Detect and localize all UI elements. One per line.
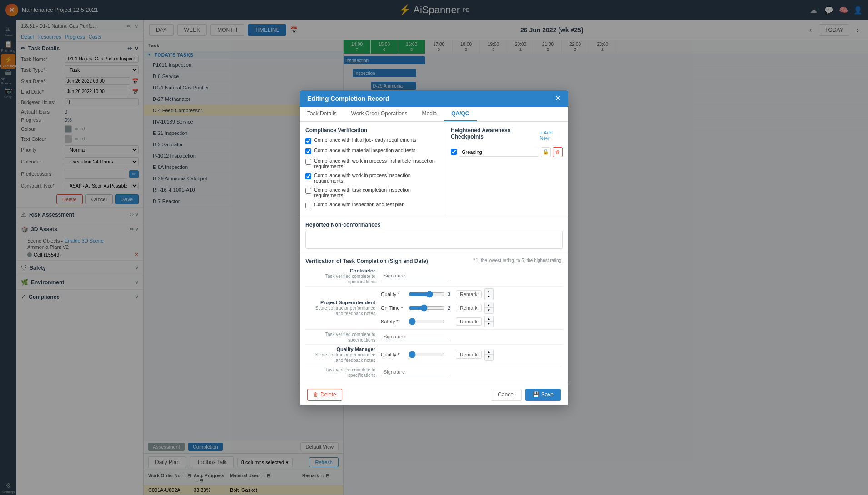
modal-overlay: Editing Completion Record ✕ Task Details… bbox=[0, 0, 868, 20]
